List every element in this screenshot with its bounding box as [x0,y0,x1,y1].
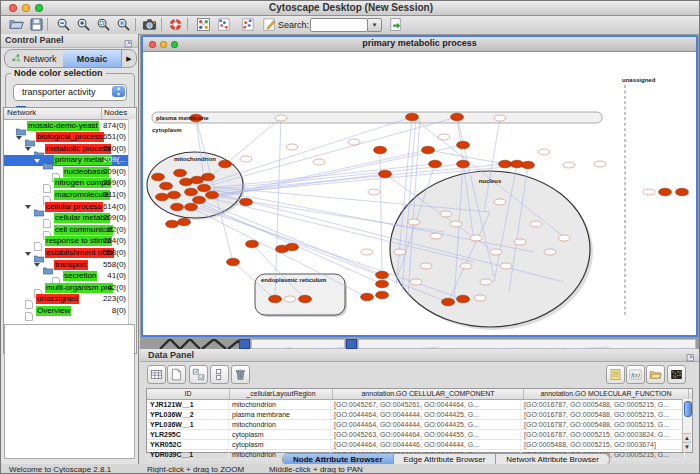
network-node-unselected[interactable] [368,189,380,195]
table-scrollbar[interactable]: ▲ ▼ [682,399,692,452]
network-node[interactable] [457,295,470,303]
layout-b-icon[interactable] [237,16,257,33]
tree-row-macromolecule[interactable]: macromolecule311(0) [4,190,136,202]
table-row-YPL036W__2[interactable]: YPL036W__2plasma membrane[GO:0044464, GO… [147,410,692,420]
expander-icon[interactable] [34,159,40,163]
network-node-unselected[interactable] [530,221,542,227]
network-node[interactable] [246,240,259,248]
help-icon[interactable] [165,16,185,33]
network-node-unselected[interactable] [480,279,492,285]
network-node-unselected[interactable] [460,263,472,269]
network-node-unselected[interactable] [544,249,556,255]
network-node[interactable] [376,291,389,299]
scroll-down-icon[interactable]: ▼ [683,442,691,452]
expander-icon[interactable] [16,136,22,140]
annotations-icon[interactable] [259,16,279,33]
network-node[interactable] [457,160,470,168]
network-node-unselected[interactable] [558,235,570,241]
network-node[interactable] [376,280,389,288]
network-node[interactable] [406,113,419,121]
table-row-YLR295C[interactable]: YLR295Ccytoplasm[GO:0045263, GO:0044464,… [147,430,692,440]
tree-row-metabolic-process[interactable]: metabolic process280(0) [4,143,136,155]
tabs-overflow-arrow-icon[interactable]: ▶ [121,50,136,67]
network-canvas[interactable]: plasma membranecytoplasmmitochondrionnuc… [144,52,695,335]
network-node-unselected[interactable] [286,144,298,150]
network-node[interactable] [457,141,470,149]
network-node-unselected[interactable] [643,189,655,195]
delete-attr-icon[interactable] [231,365,250,384]
network-node[interactable] [178,218,191,226]
network-node[interactable] [659,188,672,196]
network-node[interactable] [206,191,219,199]
network-node-unselected[interactable] [474,295,486,301]
network-node[interactable] [193,196,206,204]
expander-icon[interactable] [25,252,31,256]
fx-icon[interactable]: f(x) [626,365,645,384]
network-node-unselected[interactable] [440,211,452,217]
network-node[interactable] [240,198,253,206]
column-header-0[interactable]: ID [147,389,230,399]
network-node[interactable] [361,293,374,301]
network-node[interactable] [522,161,535,169]
network-node-unselected[interactable] [494,115,506,121]
notes-icon[interactable] [606,365,625,384]
layout-a-icon[interactable] [213,16,233,33]
zoom-fit-icon[interactable] [93,16,113,33]
network-node[interactable] [202,173,215,181]
network-view-window[interactable]: primary metabolic process plasma membran… [141,35,698,337]
background-window-corner[interactable] [346,339,357,349]
network-node[interactable] [429,160,442,168]
network-node-unselected[interactable] [408,219,420,225]
network-node[interactable] [422,146,435,154]
network-node[interactable] [160,182,173,190]
network-node-unselected[interactable] [394,249,406,255]
snapshot-icon[interactable] [139,16,159,33]
tree-row-biological-process[interactable]: biological_process651(0) [4,132,136,144]
tree-column-nodes[interactable]: Nodes [102,108,136,119]
network-node[interactable] [171,203,184,211]
network-node-unselected[interactable] [514,239,526,245]
save-session-icon[interactable] [26,16,46,33]
network-node[interactable] [227,258,240,266]
search-dropdown-arrow-icon[interactable]: ▾ [367,18,382,32]
new-attr-icon[interactable] [167,365,186,384]
unselect-attrs-icon[interactable] [210,365,229,384]
select-attrs-icon[interactable] [189,365,208,384]
node-color-dropdown[interactable]: transporter activity ▲▼ [13,84,127,101]
network-node-unselected[interactable] [594,161,606,167]
tree-row-overview[interactable]: Overview8(0) [4,306,136,318]
network-node[interactable] [286,243,299,251]
search-input[interactable] [310,18,368,32]
network-node-unselected[interactable] [538,149,550,155]
attr-grid-icon[interactable] [147,365,166,384]
network-node-unselected[interactable] [500,263,512,269]
background-window-fragment[interactable] [251,339,345,349]
network-node-unselected[interactable] [313,159,325,165]
table-row-YJR121W__1[interactable]: YJR121W__1mitochondrion[GO:0045267, GO:0… [147,400,692,410]
network-node[interactable] [219,160,232,168]
table-row-YKR052C[interactable]: YKR052Ccytoplasm[GO:0044464, GO:0044446,… [147,440,692,450]
matrix-icon[interactable] [667,365,686,384]
birds-eye-view-panel[interactable] [4,324,135,459]
network-graph[interactable]: plasma membranecytoplasmmitochondrionnuc… [144,52,695,335]
network-node[interactable] [156,193,169,201]
vizmapper-icon[interactable] [193,16,213,33]
tree-row-primary-metabo[interactable]: primary metabo209(... [4,155,136,167]
tree-row-mosaic-demo-yeast[interactable]: mosaic-demo-yeast874(0) [4,120,136,132]
tree-scrollbar[interactable] [128,119,136,353]
network-node[interactable] [185,188,198,196]
tree-row-cell-communicat[interactable]: cell communicat22(0) [4,224,136,236]
tree-row-cellular-metabo[interactable]: cellular metabo209(0) [4,213,136,225]
network-node[interactable] [442,298,455,306]
tree-row-establishment-of-lo[interactable]: establishment of lo558(0) [4,248,136,260]
tree-row-nucleobase-[interactable]: nucleobase-209(0) [4,166,136,178]
network-node[interactable] [174,169,187,177]
network-node-unselected[interactable] [430,233,442,239]
network-node-unselected[interactable] [563,162,575,168]
network-node[interactable] [379,170,392,178]
expander-icon[interactable] [25,205,31,209]
network-node[interactable] [166,220,179,228]
expander-icon[interactable] [34,263,40,267]
network-node[interactable] [269,295,282,303]
import-icon[interactable] [385,16,405,33]
